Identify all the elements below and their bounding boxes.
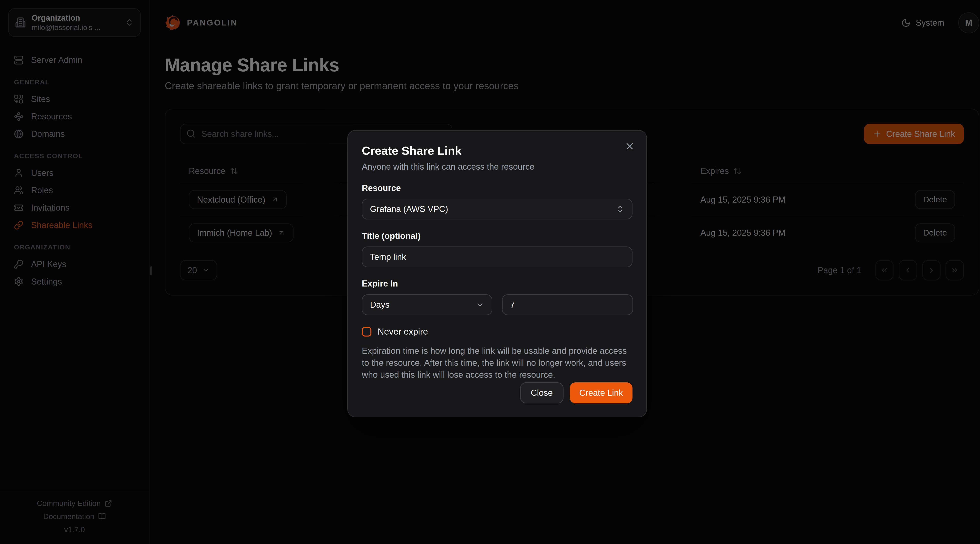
chevrons-up-down-icon (616, 205, 624, 213)
expire-in-label: Expire In (362, 279, 633, 289)
expire-unit-value: Days (370, 300, 390, 309)
app-window: Organization milo@fossorial.io's ... Ser… (0, 0, 980, 544)
never-expire-checkbox[interactable] (362, 327, 371, 337)
expiration-help-text: Expiration time is how long the link wil… (362, 345, 633, 381)
expire-unit-select[interactable]: Days (362, 294, 492, 315)
never-expire-label: Never expire (378, 327, 428, 337)
resource-label: Resource (362, 183, 633, 193)
modal-actions: Close Create Link (362, 383, 633, 404)
create-share-link-modal: Create Share Link Anyone with this link … (347, 130, 647, 417)
modal-subtitle: Anyone with this link can access the res… (362, 162, 633, 172)
title-input[interactable] (362, 247, 633, 268)
create-link-button[interactable]: Create Link (570, 383, 633, 404)
expire-field-group: Expire In Days (362, 279, 633, 315)
resource-field-group: Resource Grafana (AWS VPC) (362, 183, 633, 220)
modal-title: Create Share Link (362, 144, 633, 158)
resource-select-value: Grafana (AWS VPC) (370, 204, 448, 214)
title-field-group: Title (optional) (362, 231, 633, 268)
close-icon[interactable] (622, 139, 637, 153)
close-button[interactable]: Close (520, 383, 563, 404)
chevron-down-icon (476, 301, 484, 309)
resource-select[interactable]: Grafana (AWS VPC) (362, 199, 633, 220)
expire-value-input[interactable] (502, 294, 633, 315)
title-label: Title (optional) (362, 231, 633, 241)
never-expire-row: Never expire (362, 327, 633, 337)
